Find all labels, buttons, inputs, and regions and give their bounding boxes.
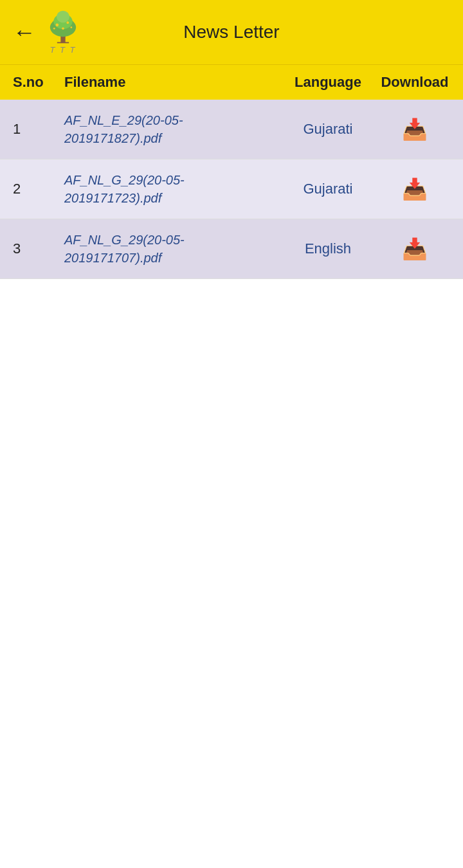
download-icon: 📥 (402, 177, 428, 201)
row-filename: AF_NL_G_29(20-05-2019171707).pdf (64, 231, 277, 267)
page-title: News Letter (183, 22, 279, 42)
svg-point-5 (56, 24, 59, 27)
row-sno: 2 (13, 181, 64, 197)
download-icon: 📥 (402, 237, 428, 261)
back-button[interactable]: ← (13, 19, 36, 46)
row-filename: AF_NL_G_29(20-05-2019171723).pdf (64, 171, 277, 207)
row-sno: 3 (13, 240, 64, 257)
table-row: 2 AF_NL_G_29(20-05-2019171723).pdf Gujar… (0, 159, 463, 219)
table-row: 1 AF_NL_E_29(20-05-2019171827).pdf Gujar… (0, 100, 463, 159)
download-button[interactable]: 📥 (379, 177, 450, 201)
col-header-language: Language (277, 74, 379, 91)
col-header-sno: S.no (13, 74, 64, 91)
svg-point-9 (70, 26, 72, 28)
col-header-download: Download (379, 74, 450, 91)
download-icon: 📥 (402, 117, 428, 141)
row-language: Gujarati (277, 121, 379, 138)
table-body: 1 AF_NL_E_29(20-05-2019171827).pdf Gujar… (0, 100, 463, 279)
logo-text: T T T (50, 45, 76, 55)
row-language: English (277, 240, 379, 257)
logo-container: T T T (44, 10, 82, 55)
tree-logo-icon (44, 10, 82, 45)
download-button[interactable]: 📥 (379, 237, 450, 261)
svg-point-8 (53, 28, 55, 30)
svg-point-4 (57, 11, 69, 23)
header: ← T T T News Letter (0, 0, 463, 64)
col-header-filename: Filename (64, 74, 277, 91)
row-language: Gujarati (277, 181, 379, 197)
svg-point-7 (62, 28, 64, 30)
download-button[interactable]: 📥 (379, 117, 450, 141)
row-filename: AF_NL_E_29(20-05-2019171827).pdf (64, 111, 277, 147)
table-header: S.no Filename Language Download (0, 64, 463, 100)
row-sno: 1 (13, 121, 64, 138)
svg-point-6 (67, 21, 69, 24)
table-row: 3 AF_NL_G_29(20-05-2019171707).pdf Engli… (0, 219, 463, 279)
